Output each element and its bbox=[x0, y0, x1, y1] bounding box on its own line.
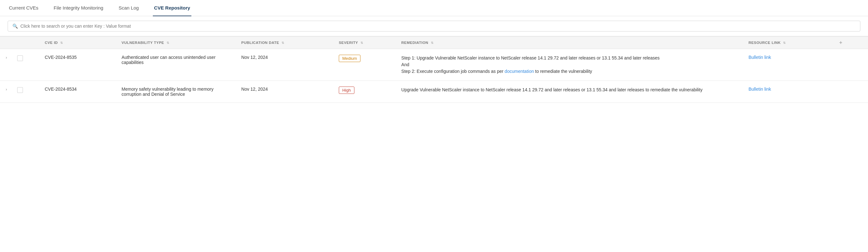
pub-date-cell: Nov 12, 2024 bbox=[237, 81, 334, 103]
row-checkbox-0[interactable] bbox=[13, 49, 40, 81]
checkbox-0[interactable] bbox=[17, 55, 23, 61]
main-container: Current CVEsFile Integrity MonitoringSca… bbox=[0, 0, 868, 103]
resource-link-cell: Bulletin link bbox=[744, 49, 831, 81]
tab-cve-repository[interactable]: CVE Repository bbox=[153, 0, 191, 16]
sort-icon-severity: ⇅ bbox=[361, 41, 363, 44]
bulletin-link[interactable]: Bulletin link bbox=[749, 87, 771, 92]
remediation-cell: Upgrade Vulnerable NetScaler instance to… bbox=[397, 81, 744, 103]
col-cve-id[interactable]: CVE ID ⇅ bbox=[40, 37, 117, 49]
severity-badge: High bbox=[339, 87, 354, 94]
table-header-row: CVE ID ⇅ VULNERABILITY TYPE ⇅ PUBLICATIO… bbox=[0, 37, 868, 49]
sort-icon-vuln: ⇅ bbox=[166, 41, 169, 44]
sort-icon-remediation: ⇅ bbox=[431, 41, 433, 44]
col-checkbox bbox=[13, 37, 40, 49]
sort-icon-resource: ⇅ bbox=[783, 41, 785, 44]
sort-icon-date: ⇅ bbox=[281, 41, 284, 44]
col-resource-link[interactable]: RESOURCE LINK ⇅ bbox=[744, 37, 831, 49]
col-severity[interactable]: SEVERITY ⇅ bbox=[334, 37, 397, 49]
table-row: ›CVE-2024-8535Authenticated user can acc… bbox=[0, 49, 868, 81]
row-checkbox-1[interactable] bbox=[13, 81, 40, 103]
severity-badge: Medium bbox=[339, 55, 361, 62]
search-container: 🔍 bbox=[0, 16, 868, 36]
table-wrap: CVE ID ⇅ VULNERABILITY TYPE ⇅ PUBLICATIO… bbox=[0, 36, 868, 103]
col-vuln-type[interactable]: VULNERABILITY TYPE ⇅ bbox=[117, 37, 237, 49]
remediation-cell: Step 1: Upgrade Vulnerable NetScaler ins… bbox=[397, 49, 744, 81]
checkbox-1[interactable] bbox=[17, 87, 23, 93]
col-expand bbox=[0, 37, 13, 49]
add-column-button[interactable]: + bbox=[836, 37, 846, 49]
search-icon: 🔍 bbox=[12, 24, 18, 29]
col-remediation[interactable]: REMEDIATION ⇅ bbox=[397, 37, 744, 49]
cve-table: CVE ID ⇅ VULNERABILITY TYPE ⇅ PUBLICATIO… bbox=[0, 36, 868, 103]
vuln-type-cell: Memory safety vulnerability leading to m… bbox=[117, 81, 237, 103]
tab-bar: Current CVEsFile Integrity MonitoringSca… bbox=[0, 0, 868, 16]
empty-add-cell-0 bbox=[831, 49, 868, 81]
tab-current-cves[interactable]: Current CVEs bbox=[8, 0, 40, 16]
tab-scan-log[interactable]: Scan Log bbox=[117, 0, 140, 16]
documentation-link[interactable]: documentation bbox=[505, 69, 534, 74]
cve-id-cell: CVE-2024-8535 bbox=[40, 49, 117, 81]
expand-button-1[interactable]: › bbox=[0, 81, 13, 103]
resource-link-cell: Bulletin link bbox=[744, 81, 831, 103]
sort-icon-cve-id: ⇅ bbox=[60, 41, 63, 44]
table-row: ›CVE-2024-8534Memory safety vulnerabilit… bbox=[0, 81, 868, 103]
pub-date-cell: Nov 12, 2024 bbox=[237, 49, 334, 81]
tab-file-integrity[interactable]: File Integrity Monitoring bbox=[53, 0, 105, 16]
severity-cell: Medium bbox=[334, 49, 397, 81]
col-add[interactable]: + bbox=[831, 37, 868, 49]
severity-cell: High bbox=[334, 81, 397, 103]
vuln-type-cell: Authenticated user can access unintended… bbox=[117, 49, 237, 81]
search-box[interactable]: 🔍 bbox=[8, 21, 860, 32]
bulletin-link[interactable]: Bulletin link bbox=[749, 55, 771, 60]
col-pub-date[interactable]: PUBLICATION DATE ⇅ bbox=[237, 37, 334, 49]
cve-id-cell: CVE-2024-8534 bbox=[40, 81, 117, 103]
search-input[interactable] bbox=[20, 24, 856, 29]
expand-button-0[interactable]: › bbox=[0, 49, 13, 81]
empty-add-cell-1 bbox=[831, 81, 868, 103]
